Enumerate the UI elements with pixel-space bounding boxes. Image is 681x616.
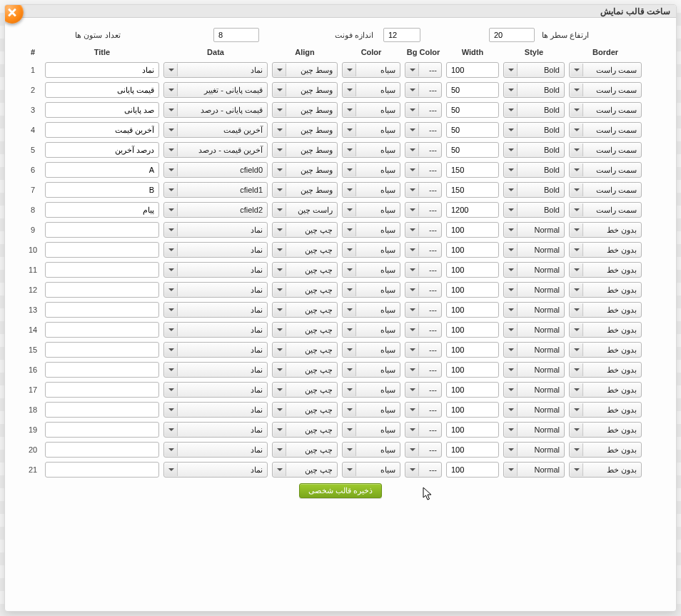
style-dropdown[interactable]: Normal	[503, 422, 565, 438]
style-dropdown[interactable]: Bold	[503, 82, 565, 98]
color-dropdown[interactable]: سیاه	[342, 202, 400, 218]
border-dropdown[interactable]: بدون خط	[569, 442, 642, 458]
style-dropdown[interactable]: Bold	[503, 162, 565, 178]
border-dropdown[interactable]: بدون خط	[569, 402, 642, 418]
width-input[interactable]	[446, 442, 499, 458]
bgcolor-dropdown[interactable]: ---	[405, 262, 442, 278]
border-dropdown[interactable]: بدون خط	[569, 302, 642, 318]
title-input[interactable]	[45, 262, 159, 278]
align-dropdown[interactable]: چپ چین	[272, 262, 338, 278]
align-dropdown[interactable]: وسط چین	[272, 82, 338, 98]
title-input[interactable]	[45, 102, 159, 118]
width-input[interactable]	[446, 62, 499, 78]
align-dropdown[interactable]: چپ چین	[272, 342, 338, 358]
border-dropdown[interactable]: سمت راست	[569, 62, 642, 78]
border-dropdown[interactable]: بدون خط	[569, 342, 642, 358]
width-input[interactable]	[446, 82, 499, 98]
color-dropdown[interactable]: سیاه	[342, 122, 400, 138]
title-input[interactable]	[45, 282, 159, 298]
align-dropdown[interactable]: چپ چین	[272, 362, 338, 378]
title-input[interactable]	[45, 322, 159, 338]
font-size-input[interactable]	[383, 28, 420, 42]
color-dropdown[interactable]: سیاه	[342, 302, 400, 318]
color-dropdown[interactable]: سیاه	[342, 402, 400, 418]
bgcolor-dropdown[interactable]: ---	[405, 382, 442, 398]
bgcolor-dropdown[interactable]: ---	[405, 162, 442, 178]
width-input[interactable]	[446, 122, 499, 138]
style-dropdown[interactable]: Normal	[503, 342, 565, 358]
title-input[interactable]	[45, 422, 159, 438]
align-dropdown[interactable]: چپ چین	[272, 222, 338, 238]
bgcolor-dropdown[interactable]: ---	[405, 302, 442, 318]
style-dropdown[interactable]: Normal	[503, 242, 565, 258]
data-dropdown[interactable]: نماد	[163, 262, 268, 278]
border-dropdown[interactable]: سمت راست	[569, 142, 642, 158]
bgcolor-dropdown[interactable]: ---	[405, 402, 442, 418]
title-input[interactable]	[45, 182, 159, 198]
style-dropdown[interactable]: Normal	[503, 322, 565, 338]
data-dropdown[interactable]: نماد	[163, 242, 268, 258]
align-dropdown[interactable]: چپ چین	[272, 242, 338, 258]
width-input[interactable]	[446, 342, 499, 358]
data-dropdown[interactable]: قیمت پایانی - تغییر	[163, 82, 268, 98]
width-input[interactable]	[446, 322, 499, 338]
width-input[interactable]	[446, 242, 499, 258]
title-input[interactable]	[45, 362, 159, 378]
bgcolor-dropdown[interactable]: ---	[405, 82, 442, 98]
data-dropdown[interactable]: نماد	[163, 422, 268, 438]
align-dropdown[interactable]: چپ چین	[272, 322, 338, 338]
color-dropdown[interactable]: سیاه	[342, 282, 400, 298]
align-dropdown[interactable]: چپ چین	[272, 442, 338, 458]
style-dropdown[interactable]: Normal	[503, 462, 565, 478]
data-dropdown[interactable]: نماد	[163, 302, 268, 318]
data-dropdown[interactable]: نماد	[163, 462, 268, 478]
title-input[interactable]	[45, 462, 159, 478]
data-dropdown[interactable]: نماد	[163, 382, 268, 398]
width-input[interactable]	[446, 202, 499, 218]
color-dropdown[interactable]: سیاه	[342, 342, 400, 358]
bgcolor-dropdown[interactable]: ---	[405, 102, 442, 118]
style-dropdown[interactable]: Bold	[503, 62, 565, 78]
align-dropdown[interactable]: چپ چین	[272, 302, 338, 318]
color-dropdown[interactable]: سیاه	[342, 422, 400, 438]
border-dropdown[interactable]: بدون خط	[569, 362, 642, 378]
title-input[interactable]	[45, 242, 159, 258]
title-input[interactable]	[45, 442, 159, 458]
color-dropdown[interactable]: سیاه	[342, 82, 400, 98]
border-dropdown[interactable]: بدون خط	[569, 322, 642, 338]
color-dropdown[interactable]: سیاه	[342, 262, 400, 278]
align-dropdown[interactable]: وسط چین	[272, 142, 338, 158]
border-dropdown[interactable]: سمت راست	[569, 82, 642, 98]
width-input[interactable]	[446, 102, 499, 118]
bgcolor-dropdown[interactable]: ---	[405, 462, 442, 478]
border-dropdown[interactable]: بدون خط	[569, 382, 642, 398]
save-template-button[interactable]: ذخیره قالب شخصی	[299, 483, 382, 498]
columns-count-input[interactable]	[213, 28, 259, 42]
style-dropdown[interactable]: Bold	[503, 122, 565, 138]
title-input[interactable]	[45, 222, 159, 238]
style-dropdown[interactable]: Normal	[503, 302, 565, 318]
align-dropdown[interactable]: چپ چین	[272, 462, 338, 478]
title-input[interactable]	[45, 162, 159, 178]
align-dropdown[interactable]: وسط چین	[272, 162, 338, 178]
data-dropdown[interactable]: cfield0	[163, 162, 268, 178]
align-dropdown[interactable]: چپ چین	[272, 382, 338, 398]
border-dropdown[interactable]: بدون خط	[569, 462, 642, 478]
color-dropdown[interactable]: سیاه	[342, 102, 400, 118]
border-dropdown[interactable]: سمت راست	[569, 102, 642, 118]
style-dropdown[interactable]: Bold	[503, 142, 565, 158]
title-input[interactable]	[45, 402, 159, 418]
bgcolor-dropdown[interactable]: ---	[405, 422, 442, 438]
title-input[interactable]	[45, 302, 159, 318]
title-input[interactable]	[45, 342, 159, 358]
width-input[interactable]	[446, 302, 499, 318]
style-dropdown[interactable]: Normal	[503, 282, 565, 298]
style-dropdown[interactable]: Bold	[503, 102, 565, 118]
bgcolor-dropdown[interactable]: ---	[405, 62, 442, 78]
color-dropdown[interactable]: سیاه	[342, 142, 400, 158]
align-dropdown[interactable]: وسط چین	[272, 122, 338, 138]
bgcolor-dropdown[interactable]: ---	[405, 142, 442, 158]
width-input[interactable]	[446, 222, 499, 238]
width-input[interactable]	[446, 402, 499, 418]
color-dropdown[interactable]: سیاه	[342, 222, 400, 238]
